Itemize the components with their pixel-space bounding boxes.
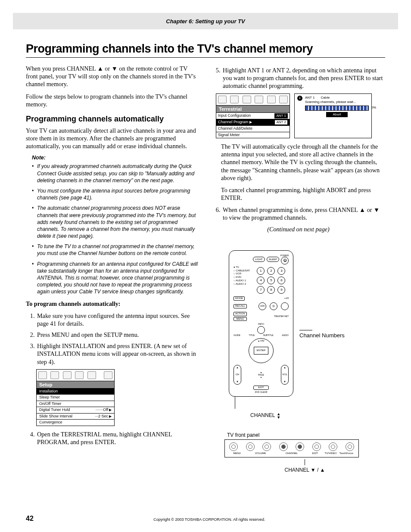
menu-icon [75,371,84,379]
manual-page: Chapter 6: Setting up your TV Programmin… [0,0,411,532]
vol-rocker: ▲VOL▼ [281,365,289,385]
fp-ch-down [279,442,288,451]
theater-label: THEATER NET [274,315,289,317]
continued: (Continued on next page) [212,225,385,233]
menu-icon [104,371,112,379]
scanning-dialog-figure: i ANT 1 Cable Scanning channels, please … [294,93,372,139]
remote-footer: DVD CLEAR [234,391,289,393]
note-item: If you already programmed channels autom… [32,163,199,184]
setup-menu-figure: Setup Installation Sleep Timer On/Off Ti… [36,369,115,426]
key-9: 9 [277,286,285,294]
note-block: Note: If you already programmed channels… [32,154,199,295]
terr-row-input: Input Configuration ANT 1 [216,112,290,119]
step-1: Make sure you have configured the antenn… [36,312,199,327]
menu-icon [87,371,96,379]
menu-icon [243,96,251,103]
steps-list-a: Make sure you have configured the antenn… [26,312,199,366]
step-4: Open the TERRESTRIAL menu, highlight CHA… [36,430,199,446]
arrow-right-icon [108,408,112,412]
ant1-badge: ANT 1 [274,113,288,118]
setup-row-onoff: On/Off Timer [37,401,114,407]
setup-row-dth: Digital Tuner Hold ·······Off [37,407,114,413]
title-rule [26,57,385,58]
fp-vol-down [246,442,255,451]
note-title: Note: [32,154,199,161]
auto-intro: Your TV can automatically detect all act… [26,127,199,150]
key-1: 1 [257,267,265,275]
menu-icon [218,96,227,103]
terr-row-signal: Signal Meter [216,132,290,138]
setup-row-sleep: Sleep Timer [37,394,114,401]
page-number: 42 [26,515,34,523]
up-down-icon: ▲▼ [277,412,280,419]
callout-line [235,397,235,409]
fp-labels: MENU VOLUME CHANNEL EXIT TV/VIDEO TouchF… [229,452,354,455]
channel-label: CHANNEL ▲▼ [250,412,293,419]
to-program-heading: To program channels automatically: [26,300,199,308]
ant2-badge: ANT 2 [274,120,288,125]
terrestrial-menu-figure: Terrestrial Input Configuration ANT 1 Ch… [216,93,290,139]
key-2: 2 [267,267,275,275]
exit-button: EXIT [253,386,269,390]
page-footer: 42 Copyright © 2003 TOSHIBA CORPORATION.… [26,515,385,523]
scan-top: i ANT 1 Cable Scanning channels, please … [297,96,369,118]
fp-buttons [229,442,354,451]
fp-channel-callout [224,459,385,465]
step-6: When channel programming is done, press … [222,206,385,221]
fp-touchfocus [346,442,354,451]
key-0: 0 [270,302,277,310]
progress-pct: 0% [371,106,376,110]
action-button: ACTION [234,312,247,316]
setup-row-installation: Installation [37,388,114,395]
device-list: TV CABLE/SAT VCR DVD AUDIO 1 AUDIO 2 [234,266,250,286]
guide-label: GUIDE [234,334,240,336]
key-100: 100 [258,302,266,310]
steps-list-c: Highlight ANT 1 or ANT 2, depending on w… [212,66,385,90]
arrow-right-icon [108,414,112,418]
remote-callout: Channel Numbers [299,330,345,339]
note-item: You must configure the antenna input sou… [32,187,199,201]
menu-icon [50,371,59,379]
chapter-header: Chapter 6: Setting up your TV [13,13,398,29]
key-4: 4 [257,277,265,284]
note-list: If you already programmed channels autom… [32,163,199,295]
menu-icon [279,96,288,103]
step-3: Highlight INSTALLATION and press ENTER. … [36,342,199,366]
menu-icon [255,96,263,103]
menu-icon [63,371,72,379]
step-2: Press MENU and open the SETUP menu. [36,331,199,339]
menu-icon [38,371,47,379]
key-8: 8 [267,286,275,294]
progress-bar: 0% [305,106,369,111]
terr-row-adddel: Channel Add/Delete [216,125,290,132]
note-item: Programming channels for an antenna inpu… [32,261,199,296]
note-item: To tune the TV to a channel not programm… [32,243,199,257]
note-item: The automatic channel programming proces… [32,205,199,240]
fp-menu-btn [229,442,238,451]
steps-list-d: When channel programming is done, press … [212,206,385,221]
setup-row-slide: Slide Show Interval ···2 Sec [37,413,114,420]
scan-labels: ANT 1 Cable Scanning channels, please wa… [305,96,369,118]
two-column-layout: When you press CHANNEL ▲ or ▼ on the rem… [26,65,385,473]
recall-button: RECALL [234,304,247,308]
info-icon: i [297,96,302,101]
fp-vol-up [262,442,271,451]
key-3: 3 [277,267,285,275]
intro-paragraph-2: Follow the steps below to program channe… [26,93,199,108]
page-title: Programming channels into the TV's chann… [26,42,385,56]
sleep-button: SLEEP [267,257,279,262]
fp-exit [312,442,321,451]
terr-row-program: Channel Program ANT 2 [216,119,290,125]
fp-box: MENU VOLUME CHANNEL EXIT TV/VIDEO TouchF… [224,439,359,457]
info-label: INFO [234,323,289,326]
intro-paragraph-1: When you press CHANNEL ▲ or ▼ on the rem… [26,65,199,88]
chapter-title: Chapter 6: Setting up your TV [166,18,245,25]
abort-button: Abort [326,112,348,117]
key-dash [281,302,289,310]
setup-title: Setup [37,381,114,388]
remote-control: POWER TV CABLE/SAT VCR DVD AUDIO 1 AUDIO… [229,250,293,397]
front-panel-figure: TV front panel MENU VOLUME [224,432,385,473]
arrow-right-icon [249,120,252,125]
fp-tvvideo [329,442,337,451]
terrestrial-and-scan: Terrestrial Input Configuration ANT 1 Ch… [216,93,385,139]
